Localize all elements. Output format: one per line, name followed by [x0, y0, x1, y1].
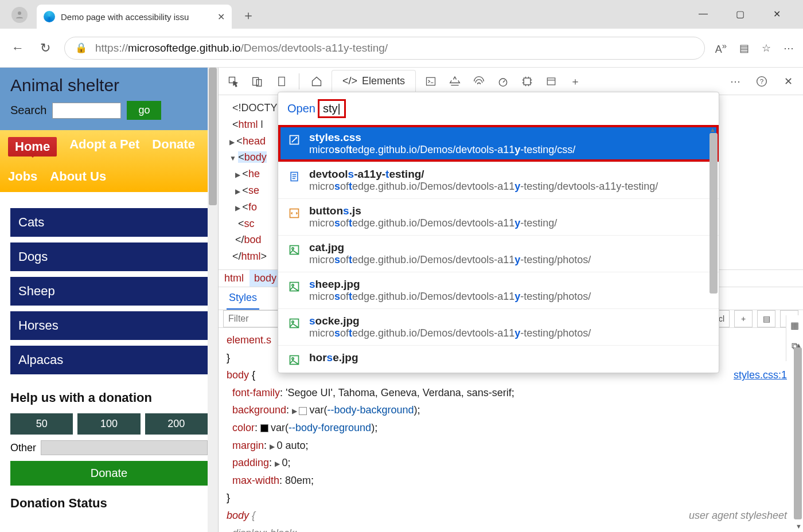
help-icon[interactable]: ?: [753, 72, 771, 91]
file-type-icon: [287, 133, 301, 147]
open-query-input[interactable]: sty|: [318, 99, 346, 118]
search-go-button[interactable]: go: [127, 101, 161, 120]
tab-close-icon[interactable]: ✕: [217, 11, 225, 22]
result-name: sheep.jpg: [309, 278, 591, 291]
new-rule-button[interactable]: +: [734, 310, 753, 327]
open-file-result[interactable]: horse.jpg: [278, 345, 719, 373]
stylesheet-link[interactable]: styles.css:1: [734, 366, 787, 384]
donation-amount-button[interactable]: 100: [77, 413, 140, 435]
computed-toggle-icon[interactable]: ▤: [757, 310, 775, 327]
nav-donate[interactable]: Donate: [152, 137, 195, 157]
open-file-result[interactable]: socke.jpgmicrosoftedge.github.io/Demos/d…: [278, 308, 719, 345]
result-name: cat.jpg: [309, 241, 591, 254]
performance-icon[interactable]: [494, 72, 512, 91]
open-file-result[interactable]: sheep.jpgmicrosoftedge.github.io/Demos/d…: [278, 272, 719, 308]
more-icon[interactable]: ⋯: [783, 42, 794, 54]
refresh-button[interactable]: ↻: [37, 41, 54, 56]
donation-amount-button[interactable]: 50: [10, 413, 73, 435]
donate-button[interactable]: Donate: [10, 461, 208, 486]
donation-amount-button[interactable]: 200: [145, 413, 208, 435]
device-toggle-icon[interactable]: [248, 72, 267, 91]
file-type-icon: [287, 280, 301, 294]
svg-point-21: [292, 358, 294, 359]
result-name: socke.jpg: [309, 315, 591, 327]
nav-about[interactable]: About Us: [50, 169, 106, 184]
settings-more-icon[interactable]: ⋯: [726, 72, 744, 91]
ua-stylesheet-label: user agent stylesheet: [689, 507, 787, 525]
result-name: styles.css: [309, 131, 575, 144]
profile-avatar[interactable]: [11, 7, 28, 23]
read-aloud-icon[interactable]: A»: [715, 41, 727, 56]
url-text: https://microsoftedge.github.io/Demos/de…: [95, 42, 388, 54]
svg-point-0: [18, 11, 21, 15]
window-minimize-button[interactable]: ―: [692, 9, 715, 19]
result-path: microsoftedge.github.io/Demos/devtools-a…: [309, 217, 557, 229]
application-icon[interactable]: [542, 72, 560, 91]
new-tab-button[interactable]: ＋: [242, 7, 255, 24]
tab-title: Demo page with accessibility issu: [61, 12, 189, 22]
donation-status-heading: Donation Status: [10, 496, 208, 511]
search-label: Search: [10, 104, 46, 117]
category-item[interactable]: Sheep: [10, 277, 208, 306]
result-path: microsoftedge.github.io/Demos/devtools-a…: [309, 291, 591, 303]
address-bar[interactable]: 🔒 https://microsoftedge.github.io/Demos/…: [64, 37, 705, 60]
donation-other-input[interactable]: [41, 440, 208, 455]
styles-tab[interactable]: Styles: [227, 287, 259, 310]
open-file-dialog: Open sty| styles.cssmicrosoftedge.github…: [278, 92, 719, 373]
memory-icon[interactable]: [518, 72, 536, 91]
open-file-result[interactable]: buttons.jsmicrosoftedge.github.io/Demos/…: [278, 198, 719, 235]
svg-rect-4: [279, 77, 285, 85]
open-file-result[interactable]: cat.jpgmicrosoftedge.github.io/Demos/dev…: [278, 235, 719, 272]
devtools-close-icon[interactable]: ✕: [779, 72, 797, 91]
console-icon[interactable]: [422, 72, 440, 91]
sources-icon[interactable]: [446, 72, 464, 91]
svg-rect-2: [253, 77, 259, 85]
category-list: Cats Dogs Sheep Horses Alpacas: [0, 192, 218, 380]
nav-home[interactable]: Home: [8, 137, 57, 157]
main-nav: Home Adopt a Pet Donate Jobs About Us: [0, 130, 218, 192]
home-icon[interactable]: [307, 72, 326, 91]
welcome-icon[interactable]: [272, 72, 291, 91]
window-maximize-button[interactable]: ▢: [728, 9, 751, 19]
result-path: microsoftedge.github.io/Demos/devtools-a…: [309, 144, 575, 156]
donation-heading: Help us with a donation: [10, 390, 208, 405]
open-file-result[interactable]: devtools-a11y-testing/microsoftedge.gith…: [278, 162, 719, 198]
network-icon[interactable]: [470, 72, 488, 91]
svg-point-17: [292, 284, 294, 286]
nav-jobs[interactable]: Jobs: [8, 169, 37, 184]
svg-text:?: ?: [760, 77, 764, 85]
reading-view-icon[interactable]: ▤: [739, 42, 749, 54]
open-file-result[interactable]: styles.cssmicrosoftedge.github.io/Demos/…: [278, 125, 719, 162]
nav-adopt[interactable]: Adopt a Pet: [69, 137, 139, 157]
category-item[interactable]: Dogs: [10, 242, 208, 271]
search-input[interactable]: [52, 103, 121, 119]
svg-point-15: [292, 248, 294, 249]
popup-scrollbar[interactable]: ▲ ▼: [710, 126, 718, 373]
more-tabs-button[interactable]: ＋: [566, 72, 584, 91]
open-label: Open: [287, 102, 315, 115]
svg-rect-5: [427, 77, 435, 85]
file-type-icon: [287, 243, 301, 257]
favorite-icon[interactable]: ☆: [762, 42, 771, 54]
window-close-button[interactable]: ✕: [765, 9, 788, 19]
devtools-scrollbar[interactable]: ▲ ▼: [793, 95, 803, 532]
browser-tab[interactable]: Demo page with accessibility issu ✕: [37, 5, 232, 29]
svg-rect-7: [524, 78, 531, 85]
elements-tab[interactable]: </>Elements: [332, 70, 416, 93]
page-viewport: Animal shelter Search go Home Adopt a Pe…: [0, 68, 218, 532]
donation-other-label: Other: [10, 442, 36, 454]
file-type-icon: [287, 353, 301, 367]
page-title: Animal shelter: [10, 76, 208, 95]
file-type-icon: [287, 316, 301, 330]
category-item[interactable]: Horses: [10, 311, 208, 340]
category-item[interactable]: Cats: [10, 208, 208, 237]
result-name: devtools-a11y-testing/: [309, 168, 658, 181]
back-button[interactable]: ←: [9, 41, 26, 56]
page-scrollbar[interactable]: [208, 68, 218, 532]
inspect-icon[interactable]: [224, 72, 243, 91]
code-icon: </>: [342, 75, 357, 87]
result-path: microsoftedge.github.io/Demos/devtools-a…: [309, 327, 591, 339]
lock-icon[interactable]: 🔒: [75, 42, 87, 54]
result-path: microsoftedge.github.io/Demos/devtools-a…: [309, 254, 591, 266]
category-item[interactable]: Alpacas: [10, 346, 208, 374]
